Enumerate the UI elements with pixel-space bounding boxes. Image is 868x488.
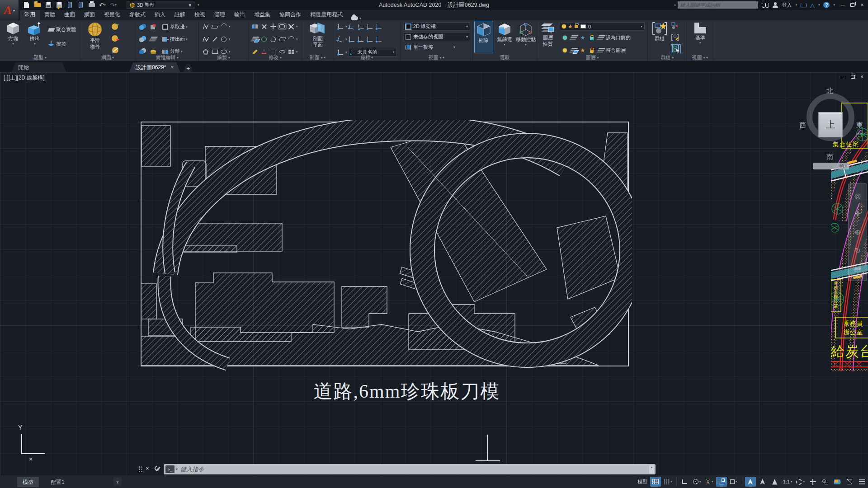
ucs-world-icon[interactable] — [336, 23, 344, 30]
restore-button[interactable] — [850, 3, 854, 7]
layer-lock-icon[interactable] — [588, 34, 596, 42]
file-tab-close-icon[interactable]: × — [170, 64, 174, 70]
recent-commands-icon[interactable]: ▾ — [176, 467, 178, 471]
hardware-acceleration-button[interactable] — [832, 477, 843, 487]
ucs-object-icon[interactable] — [357, 23, 365, 30]
slice-icon[interactable] — [149, 23, 157, 31]
drawing-canvas[interactable]: [-][上][2D 線架構] ─ × — [0, 72, 868, 475]
isometric-drafting-button[interactable]: ▾ — [704, 477, 715, 487]
a360-dropdown-icon[interactable]: ▾ — [818, 3, 820, 7]
sign-in-button[interactable]: 登入 — [782, 2, 792, 9]
annotation-scale-icon[interactable] — [769, 477, 780, 487]
panel-label-modify[interactable]: 修改▾ — [249, 54, 302, 61]
tab-featured-apps[interactable]: 精選應用程式 — [306, 9, 347, 20]
showmotion-icon[interactable]: ▤ — [854, 264, 861, 273]
command-line-customize-icon[interactable] — [155, 466, 161, 472]
command-history-scroll[interactable]: ▴ — [649, 465, 654, 474]
annotation-monitor-button[interactable] — [807, 477, 818, 487]
tab-output[interactable]: 輸出 — [230, 9, 250, 20]
panel-label-section[interactable]: 剖面▾▸ — [302, 54, 333, 61]
layer-isolate-icon[interactable] — [561, 34, 569, 42]
file-tab-start[interactable]: 開始 — [12, 62, 66, 72]
named-views-combo[interactable]: 未儲存的視圖▾ — [403, 33, 470, 41]
layer-copy-icon[interactable] — [597, 47, 605, 54]
save-as-icon[interactable] — [55, 1, 63, 9]
ucs-face-icon[interactable] — [366, 23, 374, 30]
close-button[interactable]: × — [858, 2, 866, 8]
draw-points-icon[interactable] — [202, 35, 210, 43]
viewcube-north-label[interactable]: 北 — [826, 87, 833, 95]
presspull-button[interactable]: 按拉 — [47, 40, 66, 48]
steering-wheel-icon[interactable]: ◎ — [854, 192, 861, 200]
snap-mode-button[interactable]: ▾ — [662, 477, 674, 487]
viewport-minimize-icon[interactable]: ─ — [841, 74, 845, 80]
tab-home[interactable]: 常用 — [20, 9, 40, 20]
tab-manage[interactable]: 管理 — [210, 9, 230, 20]
layout-tab-model[interactable]: 模型 — [17, 477, 39, 487]
layer-unlock2-icon[interactable] — [588, 47, 596, 54]
tab-surface[interactable]: 曲面 — [60, 9, 80, 20]
draw-spline-icon[interactable] — [202, 23, 210, 30]
culling-button[interactable]: 剔除 — [475, 21, 493, 53]
qat-customize-icon[interactable]: ▾ — [198, 3, 199, 7]
box-button[interactable]: 方塊▾ — [4, 22, 23, 46]
group-button[interactable]: 群組 — [651, 22, 669, 42]
group-select-toggle-button[interactable] — [671, 45, 680, 53]
modify-rotate-icon[interactable] — [269, 35, 277, 43]
layer-unisolate-icon[interactable] — [570, 34, 578, 42]
help-dropdown-icon[interactable]: ▾ — [833, 3, 835, 7]
modify-fillet-dropdown-icon[interactable]: ▾ — [296, 38, 298, 41]
search-icon[interactable] — [762, 3, 769, 7]
tab-visualize[interactable]: 視覺化 — [99, 9, 125, 20]
command-prompt-icon[interactable]: >_ — [165, 465, 175, 473]
modify-array-dropdown-icon[interactable]: ▾ — [296, 50, 298, 54]
panel-label-view-controls[interactable]: 視圖▾▸ — [401, 54, 472, 61]
modify-separate-icon[interactable] — [251, 23, 259, 30]
smooth-more-button[interactable]: + — [111, 23, 119, 30]
command-line-close-icon[interactable]: × — [146, 465, 149, 472]
draw-ellipse-dropdown-icon[interactable]: ▾ — [229, 50, 231, 54]
extrude-faces-button[interactable]: 擠出面▾ — [161, 35, 188, 43]
ucs-x-icon[interactable] — [348, 35, 356, 43]
panel-label-modeling[interactable]: 塑型▾ — [0, 54, 80, 61]
thicken-icon[interactable] — [149, 35, 157, 43]
ucs-zaxis-icon[interactable] — [375, 35, 383, 43]
object-snap-button[interactable]: ▾ — [728, 477, 739, 487]
draw-circle-dropdown-icon[interactable]: ▾ — [229, 38, 231, 41]
autocad-app-button[interactable]: A▾ — [0, 0, 19, 21]
viewcube-top-face[interactable]: 上 — [818, 112, 843, 137]
modify-offset-icon[interactable] — [278, 35, 286, 43]
customization-menu-button[interactable] — [856, 477, 867, 487]
ortho-mode-button[interactable] — [679, 477, 690, 487]
workspace-switching-button[interactable]: ▾ — [795, 477, 806, 487]
tab-parametric[interactable]: 參數式 — [125, 9, 150, 20]
layer-on-off-icon[interactable] — [561, 47, 569, 54]
gizmo-button[interactable]: 移動控點▾ — [515, 21, 536, 47]
new-layout-button[interactable]: + — [113, 478, 122, 486]
undo-button[interactable]: ↶▾ — [99, 1, 106, 9]
union-icon[interactable] — [138, 23, 146, 31]
draw-circle-icon[interactable] — [220, 35, 228, 43]
smooth-object-button[interactable]: 平滑物件 — [83, 22, 107, 49]
modify-3drotate-icon[interactable] — [260, 35, 268, 43]
section-plane-button[interactable]: 剖面平面 — [307, 22, 329, 47]
tab-mesh[interactable]: 網面 — [80, 9, 99, 20]
modify-fillet-icon[interactable] — [287, 35, 295, 43]
object-snap-tracking-button[interactable] — [716, 477, 727, 487]
app-store-cart-icon[interactable] — [801, 3, 807, 7]
layer-combo[interactable]: 0 ▾ — [560, 22, 645, 31]
layer-thaw-all-icon[interactable] — [579, 47, 587, 54]
grid-display-button[interactable] — [650, 477, 661, 487]
ucs-z-icon[interactable] — [366, 35, 374, 43]
navigation-bar[interactable]: ◎ ✛ ⊕ ↻ ▤ — [848, 183, 867, 281]
modify-gizmo-icon[interactable] — [260, 23, 268, 30]
modify-stretch-icon[interactable] — [251, 35, 259, 43]
tab-addins[interactable]: 增益集 — [250, 9, 275, 20]
ucs-view-icon[interactable] — [375, 23, 383, 30]
tab-insert[interactable]: 插入 — [150, 9, 170, 20]
new-file-icon[interactable] — [23, 1, 30, 9]
help-icon[interactable]: ? — [823, 2, 830, 8]
viewcube-west-label[interactable]: 西 — [799, 121, 806, 130]
autoscale-button[interactable] — [757, 477, 768, 487]
panel-label-view-create[interactable]: 視圖▾▸ — [687, 54, 713, 61]
